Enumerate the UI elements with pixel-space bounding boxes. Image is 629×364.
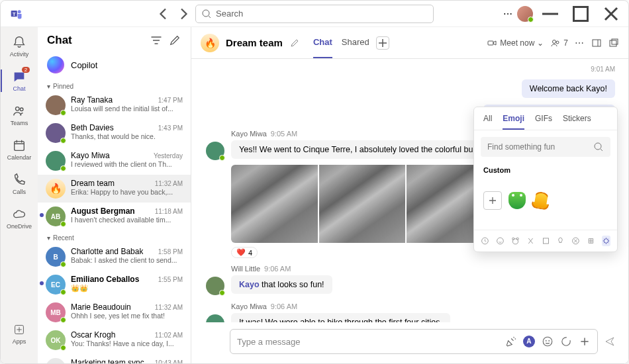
message-bubble-out[interactable]: Welcome back Kayo! <box>522 79 615 98</box>
filter-button[interactable] <box>150 34 163 47</box>
chat-preview: I reviewed with the client on Th... <box>71 160 183 168</box>
picker-cat-food[interactable] <box>526 236 535 246</box>
panel-right-button[interactable] <box>591 38 602 48</box>
message-bubble-in[interactable]: Yes!! We went to Cinque Terre, I absolut… <box>231 140 507 159</box>
svg-point-18 <box>546 340 547 341</box>
chat-item[interactable]: BCharlotte and Babak1:58 PMBabak: I aske… <box>38 243 191 271</box>
window-minimize-button[interactable] <box>537 2 563 26</box>
chat-item[interactable]: ECEmiliano Ceballos1:55 PM👑👑 <box>38 271 191 298</box>
chat-item[interactable]: Kayo MiwaYesterdayI reviewed with the cl… <box>38 147 191 175</box>
chevron-down-icon: ▾ <box>47 234 50 242</box>
chat-item[interactable]: Beth Davies1:43 PMThanks, that would be … <box>38 119 191 147</box>
rail-item-onedrive[interactable]: OneDrive <box>1 206 38 231</box>
photo[interactable] <box>231 165 318 243</box>
loop-button[interactable] <box>560 336 572 347</box>
chat-item[interactable]: Marketing team sync10:43 AMKayo: So glad… <box>38 354 191 363</box>
edit-title-button[interactable] <box>289 38 300 48</box>
picker-cat-animals[interactable] <box>511 236 520 246</box>
nav-back-button[interactable] <box>156 6 171 22</box>
reaction-pill[interactable]: ❤️4 <box>231 247 258 258</box>
section-recent[interactable]: ▾ Recent <box>38 230 191 243</box>
video-icon <box>487 38 497 48</box>
attach-plus-button[interactable] <box>579 336 591 347</box>
picker-tab-stickers[interactable]: Stickers <box>563 114 591 130</box>
window-close-button[interactable] <box>598 2 624 26</box>
chat-time: 10:43 AM <box>155 359 183 363</box>
picker-tab-all[interactable]: All <box>483 114 492 130</box>
presence-dot-icon <box>60 289 66 295</box>
picker-cat-activity[interactable] <box>542 236 550 246</box>
window-maximize-button[interactable] <box>567 2 594 26</box>
chat-name: Dream team <box>71 179 115 188</box>
photo[interactable] <box>319 165 406 243</box>
teams-logo-icon: T <box>10 7 23 21</box>
editor-button[interactable]: A <box>523 336 535 347</box>
send-button[interactable] <box>605 336 615 347</box>
add-tab-button[interactable] <box>376 36 389 50</box>
avatar-icon: 🔥 <box>46 179 66 199</box>
message-input[interactable]: Type a message A <box>230 329 598 354</box>
rail-item-calls[interactable]: Calls <box>1 171 38 197</box>
chat-item[interactable]: 🔥Dream team11:32 AMErika: Happy to have … <box>38 175 191 203</box>
rail-item-teams[interactable]: Teams <box>1 103 38 128</box>
chat-avatar-icon: 🔥 <box>201 34 219 52</box>
avatar-icon: EC <box>46 275 66 295</box>
chat-item[interactable]: ABAugust Bergman11:18 AMI haven't checke… <box>38 203 191 230</box>
picker-cat-flags[interactable] <box>587 236 595 246</box>
custom-emoji-2[interactable] <box>531 191 551 210</box>
more-menu-button[interactable]: ⋯ <box>503 9 513 19</box>
message-bubble-in[interactable]: It was! We were able to hike through the… <box>231 313 450 322</box>
conv-more-button[interactable]: ⋯ <box>575 38 585 48</box>
rail-item-calendar[interactable]: Calendar <box>1 137 38 162</box>
picker-cat-symbols[interactable] <box>571 236 580 246</box>
chat-time: 1:55 PM <box>158 276 183 283</box>
rail-item-chat[interactable]: Chat2 <box>1 68 38 93</box>
new-chat-button[interactable] <box>168 34 181 47</box>
chat-name: Ray Tanaka <box>71 95 113 105</box>
participants-button[interactable]: 7 <box>550 38 568 48</box>
chat-preview: Louisa will send the initial list of... <box>71 105 183 113</box>
current-user-avatar[interactable] <box>517 6 533 22</box>
mention[interactable]: Kayo <box>239 280 260 289</box>
svg-point-21 <box>595 143 601 150</box>
svg-point-20 <box>562 338 570 345</box>
chat-item[interactable]: MBMarie Beaudouin11:32 AMOhhh I see, yes… <box>38 298 191 326</box>
picker-cat-recent[interactable] <box>481 236 489 246</box>
picker-section-label: Custom <box>474 163 617 177</box>
chat-item[interactable]: OKOscar Krogh11:02 AMYou: Thanks! Have a… <box>38 326 191 354</box>
chat-item[interactable]: Ray Tanaka1:47 PMLouisa will send the in… <box>38 91 191 119</box>
presence-dot-icon <box>60 221 66 227</box>
custom-emoji-1[interactable] <box>508 192 526 209</box>
popout-button[interactable] <box>608 38 619 48</box>
svg-rect-15 <box>612 39 618 44</box>
tab-shared[interactable]: Shared <box>342 27 369 58</box>
avatar-icon <box>46 95 66 115</box>
timestamp: 9:01 AM <box>206 66 615 73</box>
presence-dot-icon <box>60 261 66 267</box>
svg-point-3 <box>203 10 209 17</box>
presence-dot-icon <box>219 155 225 161</box>
svg-point-12 <box>556 41 559 44</box>
picker-tab-emoji[interactable]: Emoji <box>503 114 524 130</box>
nav-forward-button[interactable] <box>175 6 191 22</box>
picker-cat-smileys[interactable] <box>496 236 505 246</box>
emoji-button[interactable] <box>542 336 554 347</box>
section-pinned[interactable]: ▾ Pinned <box>38 79 191 91</box>
chat-time: 11:18 AM <box>155 208 183 215</box>
rail-item-apps[interactable]: Apps <box>1 321 38 346</box>
heart-icon: ❤️ <box>236 248 246 257</box>
copilot-item[interactable]: Copilot <box>38 51 191 79</box>
picker-tab-gifs[interactable]: GIFs <box>535 114 552 130</box>
add-custom-emoji-button[interactable] <box>483 191 502 210</box>
meet-now-button[interactable]: Meet now ⌄ <box>487 38 544 48</box>
picker-cat-objects[interactable] <box>556 236 565 246</box>
rail-label: Activity <box>10 51 29 58</box>
picker-cat-custom[interactable] <box>602 236 610 246</box>
rail-item-activity[interactable]: Activity <box>1 34 38 59</box>
search-input[interactable]: Search <box>195 5 434 23</box>
message-group: Will Little9:06 AMKayo that looks so fun… <box>206 265 628 296</box>
picker-search-input[interactable]: Find something fun <box>481 137 610 157</box>
message-bubble-in[interactable]: Kayo that looks so fun! <box>231 275 332 294</box>
ai-rewrite-button[interactable] <box>505 336 516 347</box>
tab-chat[interactable]: Chat <box>313 27 332 58</box>
